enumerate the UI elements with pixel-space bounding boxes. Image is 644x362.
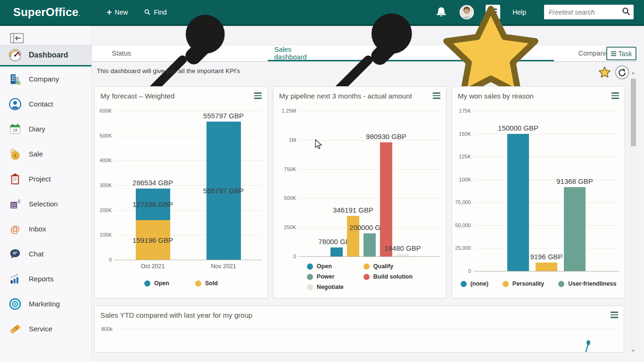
bar-segment-Open[interactable]: 127338 GBP — [136, 189, 170, 220]
y-axis-tick: 800k — [101, 326, 113, 332]
bar-Personality[interactable]: 9196 GBP — [536, 263, 557, 271]
x-axis-label: Oct 2021 — [136, 263, 170, 270]
x-axis-labels: Oct 2021Nov 2021 — [115, 263, 262, 270]
sidebar-item-label: Project — [29, 175, 51, 183]
calendar-icon: 18 — [8, 123, 22, 136]
legend-item-Open[interactable]: Open — [307, 263, 332, 270]
vertical-scrollbar[interactable]: ▲ ▼ — [630, 70, 636, 354]
y-axis-tick: 100K — [454, 177, 471, 182]
bar-value-label: 9196 GBP — [530, 253, 562, 261]
scroll-thumb[interactable] — [631, 79, 636, 146]
bar-Nov 2021[interactable]: 555797 GBP555797 GBP — [206, 122, 241, 260]
bar-segment-Sold[interactable]: 159196 GBP — [136, 220, 170, 260]
bars-group: 78000 GBP346191 GBP200000 GBP980930 GBP1… — [299, 142, 440, 256]
gridline — [474, 271, 619, 272]
legend-label: Sold — [205, 280, 218, 287]
sidebar-item-label: Service — [29, 325, 52, 333]
refresh-button[interactable] — [615, 65, 629, 80]
sidebar-item-marketing[interactable]: Marketing — [0, 291, 91, 316]
chart-card-won-sales: My won sales by reason 025,00050,00075,0… — [452, 86, 625, 298]
y-axis-tick: 75,000 — [454, 199, 471, 205]
legend-item-Power[interactable]: Power — [307, 273, 335, 280]
sidebar-item-label: Reports — [29, 275, 54, 283]
legend-label: Qualify — [373, 263, 393, 270]
bar-(none)[interactable]: 150000 GBP — [507, 134, 529, 271]
card-menu-icon[interactable] — [611, 310, 618, 320]
bar-Negotiate[interactable]: 18480 GBP — [396, 254, 409, 256]
sidebar-collapse-button[interactable] — [10, 33, 24, 44]
legend-item-Negotiate[interactable]: Negotiate — [307, 284, 344, 290]
tab-sales-dashboard[interactable]: Sales dashboard — [268, 45, 554, 61]
y-axis-tick: 50,000 — [454, 222, 471, 228]
legend-item-Open[interactable]: Open — [144, 280, 169, 287]
sidebar-item-reports[interactable]: Reports — [0, 266, 91, 291]
bars-group: 286534 GBP159196 GBP127338 GBP555797 GBP… — [115, 122, 262, 260]
legend-item-Build solution[interactable]: Build solution — [363, 273, 413, 280]
coin-icon: $€ — [8, 148, 22, 161]
bar-User-friendliness[interactable]: 91368 GBP — [564, 187, 586, 271]
new-button[interactable]: New — [107, 8, 128, 16]
sidebar-item-inbox[interactable]: @Inbox — [0, 216, 91, 241]
chart-title: Sales YTD compared with last year for my… — [100, 311, 252, 319]
sidebar-item-diary[interactable]: 18Diary — [0, 116, 91, 141]
chart-title: My forecast – Weighted — [100, 92, 174, 100]
y-axis-tick: 1.25M — [275, 108, 296, 114]
scroll-down-arrow[interactable]: ▼ — [631, 348, 635, 354]
bar-value-label: 346191 GBP — [333, 206, 373, 214]
legend-label: (none) — [471, 280, 488, 287]
tab-list: StatusSales dashboardCompanies — [105, 45, 637, 61]
sidebar-item-company[interactable]: Company — [0, 66, 91, 91]
tab-label: Status — [112, 49, 131, 57]
search-input[interactable] — [549, 8, 621, 16]
y-axis-tick: 25,000 — [454, 245, 471, 251]
scroll-up-arrow[interactable]: ▲ — [631, 70, 635, 76]
chat-icon — [8, 247, 22, 261]
plus-icon — [107, 8, 112, 16]
y-axis-tick: 0 — [97, 257, 112, 263]
bar-segment-Open[interactable]: 555797 GBP — [206, 122, 241, 260]
dashboard-note: This dashboard will give you all the imp… — [97, 67, 240, 74]
y-axis-tick: 500K — [275, 195, 296, 201]
svg-text:18: 18 — [13, 128, 17, 132]
contact-icon — [8, 98, 22, 111]
card-menu-icon[interactable] — [611, 90, 619, 100]
bar-value-label: 980930 GBP — [366, 132, 406, 140]
tab-status[interactable]: Status — [105, 45, 250, 61]
legend-item-User-friendliness[interactable]: User-friendliness — [558, 280, 616, 287]
bar-Open[interactable]: 78000 GBP — [330, 247, 343, 256]
legend-item-Personality[interactable]: Personality — [503, 280, 544, 287]
building-icon — [8, 73, 22, 86]
legend-dot — [363, 263, 370, 270]
clipboard-icon — [8, 173, 22, 186]
sidebar: DashboardCompanyContact18Diary$€SaleProj… — [0, 26, 92, 362]
y-axis-tick: 1M — [275, 137, 296, 143]
sidebar-item-dashboard[interactable]: Dashboard — [0, 45, 91, 66]
legend-dot — [503, 281, 509, 287]
bar-Build solution[interactable]: 980930 GBP — [380, 142, 392, 256]
task-button[interactable]: Task — [606, 47, 636, 60]
gridline — [115, 260, 262, 260]
sidebar-item-service[interactable]: Service — [0, 316, 91, 341]
bar-Oct 2021[interactable]: 286534 GBP159196 GBP127338 GBP — [136, 189, 170, 260]
legend-item-Sold[interactable]: Sold — [195, 280, 218, 287]
sidebar-item-project[interactable]: Project — [0, 166, 91, 191]
favorite-star-button[interactable] — [598, 66, 611, 79]
bar-Power[interactable]: 200000 GBP — [363, 233, 376, 256]
bar-Qualify[interactable]: 346191 GBP — [347, 216, 359, 256]
card-menu-icon[interactable] — [433, 90, 440, 100]
card-menu-icon[interactable] — [254, 90, 262, 100]
magnifier-icon[interactable] — [621, 7, 631, 18]
chart-legend: OpenSold — [95, 280, 267, 287]
task-list-icon — [611, 51, 616, 56]
sidebar-item-selection[interactable]: Selection — [0, 191, 91, 216]
gridline — [115, 111, 262, 111]
y-axis-tick: 750K — [275, 166, 296, 172]
sidebar-item-sale[interactable]: $€Sale — [0, 141, 91, 166]
y-axis-tick: 125K — [454, 154, 471, 159]
legend-item-(none)[interactable]: (none) — [461, 280, 488, 287]
brand-logo[interactable]: SuperOffice. — [13, 6, 80, 19]
legend-label: Power — [317, 273, 335, 280]
legend-item-Qualify[interactable]: Qualify — [363, 263, 393, 270]
sidebar-item-contact[interactable]: Contact — [0, 91, 91, 116]
sidebar-item-chat[interactable]: Chat — [0, 241, 91, 266]
